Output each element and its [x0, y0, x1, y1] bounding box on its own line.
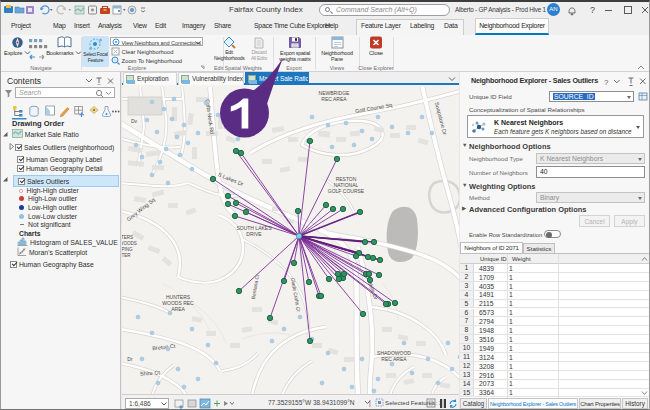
svg-text:PING: PING: [122, 247, 133, 252]
svg-text:?: ?: [590, 5, 595, 15]
svg-text:REC AREA: REC AREA: [321, 96, 347, 102]
svg-text:DRIVE: DRIVE: [246, 231, 262, 237]
svg-text:GOLF COURSE: GOLF COURSE: [328, 188, 365, 194]
svg-text:TERS: TERS: [122, 235, 133, 240]
svg-text:?: ?: [604, 78, 609, 86]
svg-text:WOODS: WOODS: [122, 241, 137, 246]
svg-text:Dv: Dv: [131, 118, 138, 124]
svg-text:REC AREA: REC AREA: [381, 356, 407, 362]
svg-text:TER: TER: [122, 253, 131, 258]
svg-text:Dr: Dr: [127, 356, 133, 362]
svg-text:AREA: AREA: [171, 306, 185, 312]
